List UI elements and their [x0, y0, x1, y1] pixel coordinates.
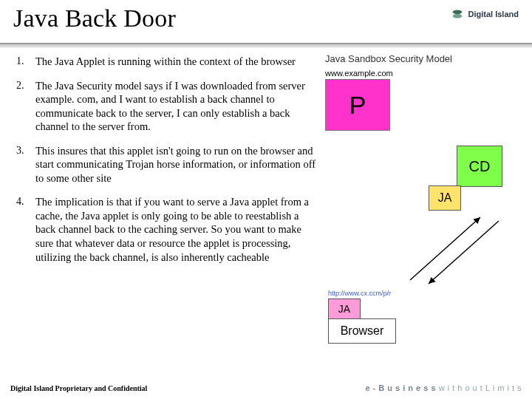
numbered-list: 1. The Java Applet is running within the… [16, 55, 318, 264]
slide: Java Back Door Digital Island 1. The Jav… [0, 0, 532, 399]
item-number: 1. [16, 55, 35, 69]
brand: Digital Island [451, 7, 519, 21]
item-text: The Java Applet is running within the co… [35, 55, 318, 69]
footer-tagline: e - B u s i n e s s w i t h o u t L i m … [365, 383, 522, 392]
cache-server-group: CD JA [429, 146, 502, 211]
brand-logo-icon [451, 7, 464, 21]
svg-point-1 [452, 14, 462, 18]
browser-group: JA Browser [328, 299, 417, 344]
item-number: 3. [16, 144, 35, 185]
diagram-title: Java Sandbox Security Model [325, 53, 522, 64]
diagram-column: Java Sandbox Security Model www.example.… [325, 47, 532, 372]
slide-title: Java Back Door [13, 4, 176, 33]
back-channel-arrows [399, 210, 517, 291]
slide-footer: Digital Island Proprietary and Confident… [0, 377, 532, 399]
list-item: 3. This insures that this applet isn't g… [16, 144, 318, 185]
footer-tagline-bold: e - B u s i n e s s [365, 383, 436, 392]
list-item: 1. The Java Applet is running within the… [16, 55, 318, 69]
cache-url-label: http://www.cx.ccm/p/r [328, 290, 391, 297]
item-text: The Java Security model says if I was do… [35, 79, 318, 134]
browser-box: Browser [328, 318, 396, 344]
brand-name: Digital Island [468, 10, 519, 18]
item-text: This insures that this applet isn't goin… [35, 144, 318, 185]
item-number: 2. [16, 79, 35, 134]
slide-header: Java Back Door Digital Island [0, 0, 532, 43]
ja-server-box: JA [429, 185, 461, 211]
item-number: 4. [16, 195, 35, 264]
p-box: P [325, 79, 390, 131]
svg-line-3 [429, 221, 499, 284]
slide-body: 1. The Java Applet is running within the… [0, 47, 532, 372]
footer-tagline-rest: w i t h o u t L i m i t s [436, 383, 522, 392]
ja-browser-box: JA [328, 299, 361, 319]
text-column: 1. The Java Applet is running within the… [0, 47, 325, 372]
item-text: The implication is that if you want to s… [35, 195, 318, 264]
list-item: 2. The Java Security model says if I was… [16, 79, 318, 134]
footer-confidential: Digital Island Proprietary and Confident… [10, 384, 147, 392]
cd-box: CD [457, 146, 502, 187]
svg-point-0 [452, 10, 462, 14]
list-item: 4. The implication is that if you want t… [16, 195, 318, 264]
origin-url-label: www.example.com [325, 69, 522, 78]
svg-line-2 [410, 217, 480, 280]
